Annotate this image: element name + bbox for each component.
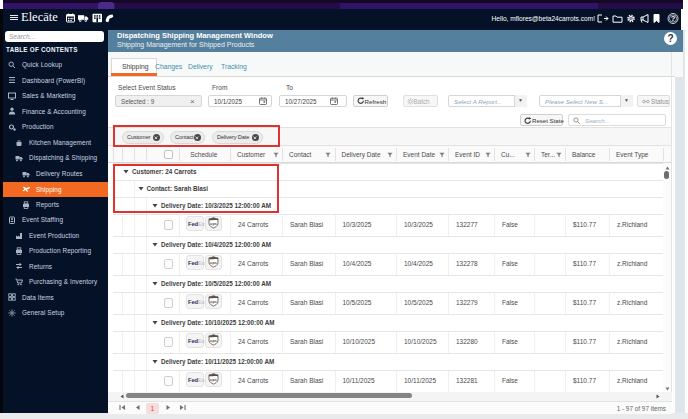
svg-text:ups: ups xyxy=(210,377,217,382)
svg-text:?: ? xyxy=(671,14,676,23)
svg-text:ups: ups xyxy=(210,260,217,265)
svg-text:ups: ups xyxy=(210,221,217,226)
svg-text:ups: ups xyxy=(210,299,217,304)
svg-text:ups: ups xyxy=(210,338,217,343)
